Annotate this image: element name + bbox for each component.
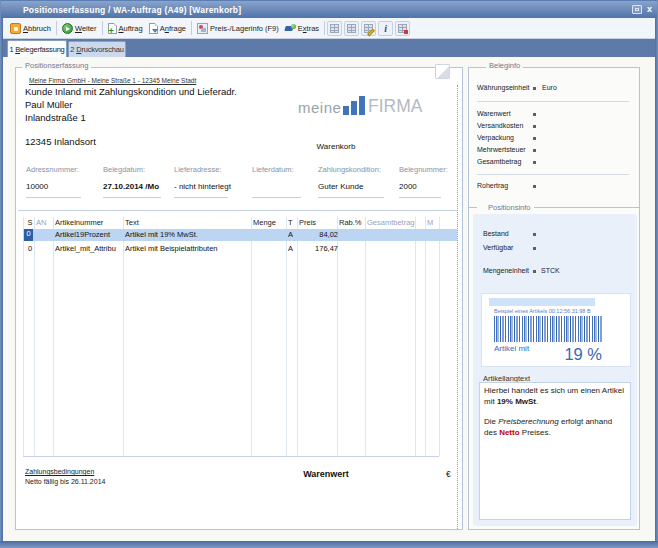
row-select-cell[interactable]: 0 — [24, 229, 33, 241]
table-row[interactable]: 0Artikel_mit_AttribuArtikel mit Beispiel… — [23, 243, 472, 255]
table-top-separator — [18, 210, 457, 211]
field-label: Lieferdatum: — [252, 165, 294, 174]
field-underline — [26, 197, 81, 198]
preview-header-bar — [489, 298, 595, 306]
tab-belegerfassung[interactable]: 1 Belegerfassung — [7, 40, 67, 57]
price-stock-info-icon — [197, 23, 208, 34]
info-icon: i — [384, 23, 387, 34]
field-underline — [399, 197, 441, 198]
table-column-header[interactable]: Preis — [299, 218, 338, 227]
table-column-header[interactable]: Menge — [253, 218, 287, 227]
restore-icon[interactable] — [632, 5, 642, 14]
toolbar: Abbruch Weiter Auftrag Anfrage Preis-/La… — [3, 18, 655, 39]
abbruch-button[interactable]: Abbruch — [7, 21, 54, 36]
table-cell: Artikel_mit_Attribu — [55, 244, 124, 253]
table-cell: Artikel mit 19% MwSt. — [125, 230, 252, 239]
table-column-header[interactable]: Text — [125, 218, 252, 227]
field-value[interactable]: 2000 — [399, 182, 417, 191]
sender-line: Meine Firma GmbH - Meine Straße 1 - 1234… — [29, 77, 196, 84]
bullet-square-icon — [533, 149, 536, 152]
customer-address: Kunde Inland mit Zahlungskondition und L… — [25, 85, 237, 148]
page-curl-icon — [435, 64, 450, 79]
table-column-header[interactable]: AN — [36, 218, 54, 227]
forward-icon — [62, 23, 73, 34]
bullet-square-icon — [533, 137, 536, 140]
beleginfo-row-label: Gesamtbetrag — [477, 158, 521, 165]
table-cell: 84,02 — [299, 230, 338, 239]
table-row[interactable]: 0Artikel19ProzentArtikel mit 19% MwSt.A8… — [23, 229, 457, 241]
table-cell: Artikel19Prozent — [55, 230, 124, 239]
toolbar-separator — [56, 21, 57, 35]
abbruch-label: Abbruch — [23, 24, 51, 33]
bullet-square-icon — [533, 87, 536, 90]
beleginfo-row: Mehrwertsteuer — [469, 146, 639, 157]
anfrage-button[interactable]: Anfrage — [146, 21, 189, 36]
preisinfo-label: Preis-/Lagerinfo (F9) — [210, 24, 279, 33]
tab-druckvorschau[interactable]: 2 Druckvorschau — [68, 41, 126, 57]
positionsinfo-row-label: Verfügbar — [483, 244, 513, 251]
table-column-header[interactable]: M — [427, 218, 440, 227]
beleginfo-row-value: Euro — [542, 84, 557, 91]
page-margin-line — [457, 85, 458, 529]
grid-icon — [330, 24, 339, 33]
field-value[interactable]: 27.10.2014 /Mo — [103, 182, 159, 191]
table-column-header[interactable]: S — [25, 218, 35, 227]
logo-text-firma: FIRMA — [368, 97, 422, 115]
field-value[interactable]: - nicht hinterlegt — [174, 182, 231, 191]
table-column-header[interactable]: Artikelnummer — [55, 218, 124, 227]
field-label: Lieferadresse: — [174, 165, 222, 174]
weiter-button[interactable]: Weiter — [59, 21, 100, 36]
field-underline — [318, 197, 384, 198]
tab-belegerfassung-label: 1 Belegerfassung — [9, 45, 64, 54]
extras-button[interactable]: Extras — [282, 21, 322, 36]
field-label: Belegdatum: — [103, 165, 145, 174]
positionsinfo-panel: BestandVerfügbarMengeneinheitSTCK Beispi… — [473, 214, 637, 526]
field-underline — [103, 197, 161, 198]
window: Positionserfassung / WA-Auftrag (A49) [W… — [0, 0, 658, 548]
new-order-icon — [108, 23, 117, 34]
preisinfo-button[interactable]: Preis-/Lagerinfo (F9) — [194, 21, 282, 36]
toolbar-separator — [191, 21, 192, 35]
anfrage-label: Anfrage — [160, 24, 186, 33]
field-underline — [174, 197, 228, 198]
info-button[interactable]: i — [378, 21, 393, 36]
field-label: Adressnummer: — [26, 165, 79, 174]
grid-icon — [347, 24, 356, 33]
payment-terms-text: Netto fällig bis 26.11.2014 — [25, 478, 105, 485]
document-title: Warenkorb — [276, 142, 396, 151]
cancel-icon — [10, 23, 21, 34]
beleginfo-separator — [477, 101, 629, 102]
toolbar-separator — [324, 21, 325, 35]
weiter-label: Weiter — [75, 24, 97, 33]
grid-mark-button[interactable] — [395, 21, 410, 36]
currency-symbol: € — [446, 469, 451, 479]
grid-view-button[interactable] — [327, 21, 342, 36]
field-value[interactable]: 10000 — [26, 182, 48, 191]
beleginfo-legend: Beleginfo — [486, 61, 523, 70]
table-column-header[interactable]: Gesamtbetrag — [367, 218, 416, 227]
beleginfo-row-label: Währungseinheit — [477, 84, 530, 91]
table-column-header[interactable]: Rab.% — [339, 218, 366, 227]
beleginfo-row: Gesamtbetrag — [469, 158, 639, 169]
positionsinfo-row-label: Bestand — [483, 230, 509, 237]
table-cell: 0 — [25, 244, 35, 253]
bullet-square-icon — [533, 113, 536, 116]
bullet-square-icon — [533, 161, 536, 164]
table-column-header[interactable]: T — [288, 218, 298, 227]
field-value[interactable]: Guter Kunde — [318, 182, 363, 191]
bullet-square-icon — [533, 270, 536, 273]
inquiry-icon — [149, 23, 158, 34]
edit-grid-button[interactable] — [361, 21, 376, 36]
grid-view-2-button[interactable] — [344, 21, 359, 36]
auftrag-button[interactable]: Auftrag — [105, 21, 146, 36]
extras-label: Extras — [298, 24, 319, 33]
beleginfo-row: WährungseinheitEuro — [469, 84, 639, 95]
positionsinfo-legend-row: Positionsinfo — [469, 203, 639, 212]
beleginfo-row-label: Rohertrag — [477, 182, 508, 189]
table-cell: A — [288, 244, 298, 253]
close-icon[interactable]: x — [647, 5, 652, 14]
beleginfo-row-label: Verpackung — [477, 134, 514, 141]
beleginfo-row: Versandkosten — [469, 122, 639, 133]
bullet-square-icon — [533, 125, 536, 128]
langtext-box: Hierbei handelt es sich um einen Artikel… — [479, 382, 631, 520]
